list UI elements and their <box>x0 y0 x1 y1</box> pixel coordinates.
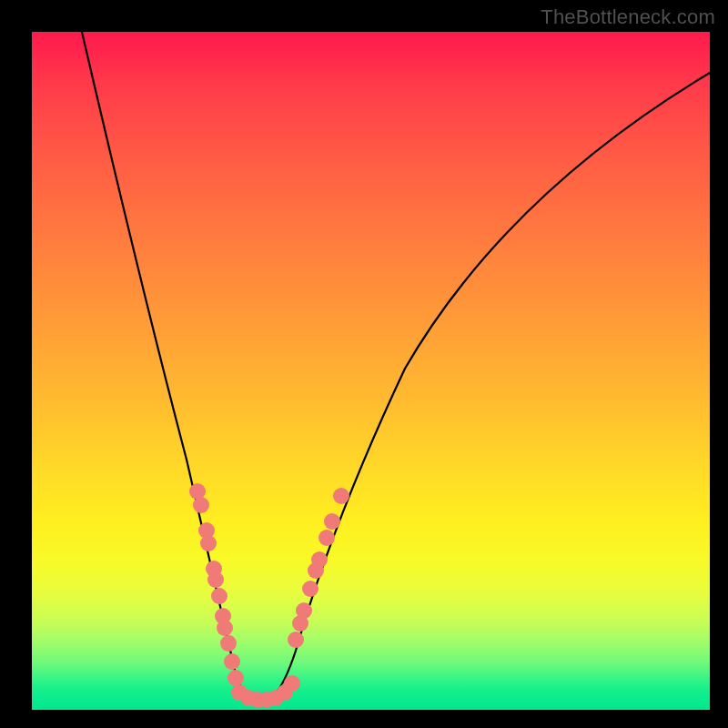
svg-point-11 <box>228 670 244 686</box>
svg-point-6 <box>211 588 228 604</box>
svg-point-10 <box>224 653 240 670</box>
dots-right-branch <box>288 488 349 648</box>
watermark-text: TheBottleneck.com <box>541 5 715 29</box>
svg-point-1 <box>193 497 209 513</box>
svg-point-8 <box>217 620 233 636</box>
svg-point-14 <box>296 602 312 619</box>
chart-frame: TheBottleneck.com <box>0 0 728 728</box>
curve-svg <box>32 32 710 710</box>
curve-left-branch <box>82 32 262 703</box>
svg-point-12 <box>288 632 304 648</box>
svg-point-15 <box>302 581 318 597</box>
svg-point-9 <box>220 635 237 652</box>
svg-point-17 <box>311 551 328 568</box>
svg-point-5 <box>207 571 224 588</box>
svg-point-20 <box>333 488 349 504</box>
curve-right-branch <box>262 73 710 703</box>
dots-left-branch <box>189 483 244 686</box>
plot-area <box>32 32 710 710</box>
svg-point-3 <box>200 535 217 551</box>
svg-point-19 <box>324 513 340 530</box>
svg-point-27 <box>284 675 300 692</box>
svg-point-18 <box>318 530 335 546</box>
